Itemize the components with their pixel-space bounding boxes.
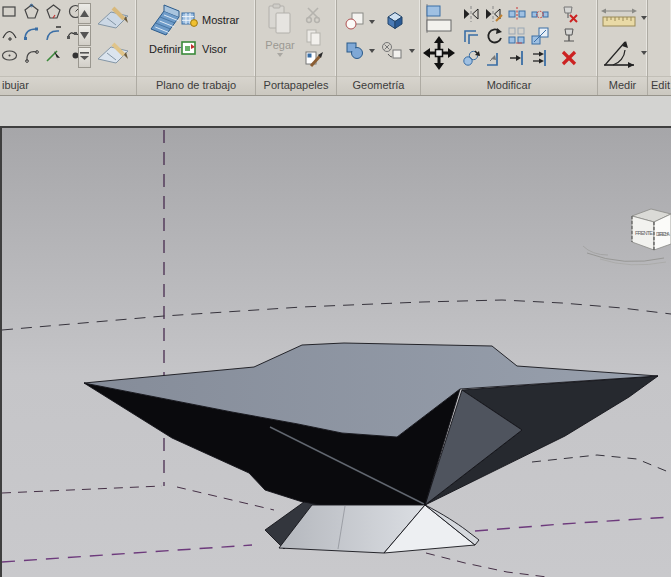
visor-label: Visor — [202, 43, 227, 55]
copy-icon[interactable] — [304, 27, 324, 47]
ground-line-right[interactable] — [532, 455, 671, 473]
scale-icon[interactable] — [531, 27, 549, 45]
move-icon[interactable] — [422, 35, 456, 71]
cut-geometry-icon — [345, 12, 365, 31]
cut-geometry-caret[interactable] — [369, 20, 375, 24]
draw-tool-grid — [1, 2, 77, 64]
panel-label-modificar: Modificar — [421, 76, 597, 95]
gallery-scroll-up-button[interactable] — [78, 3, 91, 24]
reference-planes-front[interactable] — [426, 517, 671, 577]
panel-modificar: Modificar — [421, 0, 598, 95]
panel-geometria: Geometría — [337, 0, 421, 95]
demolish-caret[interactable] — [409, 49, 415, 53]
drawing-area[interactable]: FRENTE DERECHA — [0, 128, 671, 577]
draw-gallery-scrollbar — [78, 3, 91, 69]
draw-pick-lines-icon[interactable] — [45, 46, 62, 64]
paste-icon — [266, 3, 294, 37]
join-geometry-caret[interactable] — [369, 49, 375, 53]
visor-button[interactable]: Visor — [181, 40, 227, 57]
cut-icon[interactable] — [304, 5, 324, 25]
angle-icon — [601, 36, 637, 70]
panel-label-medir: Medir — [598, 76, 647, 95]
draw-polygon-inscribed-icon[interactable] — [23, 2, 40, 20]
array-icon[interactable] — [508, 27, 526, 45]
panel-portapapeles: Pegar Portapapeles — [256, 0, 337, 95]
show-workplane-icon — [181, 11, 198, 28]
purple-reference-right[interactable] — [475, 517, 671, 531]
align-icon[interactable] — [424, 4, 454, 34]
unpin-icon[interactable] — [560, 5, 578, 23]
viewcube-right-label[interactable]: DERECHA — [656, 231, 670, 237]
modify-tool-grid — [462, 5, 578, 67]
viewcube-compass-arc-left — [583, 246, 608, 255]
split-with-gap-icon[interactable] — [531, 5, 549, 23]
cut-geometry-button[interactable] — [345, 12, 375, 31]
mostrar-button[interactable]: Mostrar — [181, 11, 239, 28]
draw-fillet-arc-icon[interactable] — [23, 24, 40, 42]
trim-extend-single-icon[interactable] — [508, 49, 526, 67]
draw-ellipse-icon[interactable] — [1, 46, 18, 64]
join-geometry-icon — [345, 41, 365, 60]
workplane-grid-icon — [148, 3, 182, 41]
join-geometry-button[interactable] — [345, 41, 375, 60]
panel-label-plano: Plano de trabajo — [137, 76, 255, 95]
draw-on-face-icon[interactable] — [93, 2, 133, 38]
pegar-dropdown-caret[interactable] — [277, 53, 283, 57]
panel-editar: Edit — [648, 0, 671, 95]
demolish-button[interactable] — [381, 41, 415, 61]
panel-dibujar: ibujar — [0, 0, 137, 95]
gallery-scroll-down-button[interactable] — [78, 25, 91, 46]
diagonal-reference-front[interactable] — [426, 553, 547, 577]
panel-label-geometria: Geometría — [337, 76, 420, 95]
viewcube-front-label[interactable]: FRENTE — [635, 230, 653, 236]
panel-label-editar: Edit — [648, 76, 671, 95]
level-line-upper[interactable] — [2, 300, 671, 330]
split-element-icon[interactable] — [508, 5, 526, 23]
pegar-button[interactable]: Pegar — [261, 3, 299, 57]
viewcube[interactable]: FRENTE DERECHA — [583, 209, 671, 265]
gallery-expand-button[interactable] — [78, 47, 91, 68]
ribbon: ibujar Definir Mostrar Visor Pla — [0, 0, 671, 96]
measure-button[interactable] — [601, 6, 647, 30]
match-type-properties-icon[interactable] — [304, 49, 324, 69]
definir-label: Definir — [149, 43, 181, 55]
revit-window: ibujar Definir Mostrar Visor Pla — [0, 0, 671, 577]
exclude-elements-icon — [381, 41, 405, 61]
draw-polygon-circumscribed-icon[interactable] — [45, 2, 62, 20]
copy-modify-icon[interactable] — [462, 49, 480, 67]
panel-medir: Medir — [598, 0, 648, 95]
ground-line-left[interactable] — [2, 486, 274, 510]
options-bar — [0, 96, 671, 128]
offset-icon[interactable] — [462, 27, 480, 45]
measure-caret[interactable] — [641, 16, 647, 20]
model-in-place-tools — [93, 2, 133, 73]
purple-reference-left[interactable] — [2, 545, 252, 562]
draw-on-workplane-icon[interactable] — [93, 39, 133, 73]
angle-dimension-button[interactable] — [601, 36, 647, 70]
trim-extend-corner-icon[interactable] — [485, 49, 503, 67]
panel-plano-de-trabajo: Definir Mostrar Visor Plano de trabajo — [137, 0, 256, 95]
delete-icon[interactable] — [560, 49, 578, 67]
draw-rectangle-icon[interactable] — [1, 2, 18, 20]
angle-caret[interactable] — [641, 51, 647, 55]
workplane-viewer-icon — [181, 40, 198, 57]
mostrar-label: Mostrar — [202, 14, 239, 26]
rotate-icon[interactable] — [485, 27, 503, 45]
panel-label-portapapeles: Portapapeles — [256, 76, 336, 95]
pin-icon[interactable] — [560, 27, 578, 45]
trim-extend-multiple-icon[interactable] — [531, 49, 549, 67]
mirror-pick-axis-icon[interactable] — [462, 5, 480, 23]
draw-tangent-arc-icon[interactable] — [45, 24, 62, 42]
draw-arc-icon[interactable] — [1, 24, 18, 42]
panel-label-dibujar: ibujar — [0, 76, 136, 95]
join-icon[interactable] — [384, 9, 406, 31]
massing-3d-view: FRENTE DERECHA — [2, 128, 671, 577]
mass-form[interactable] — [84, 343, 658, 553]
mirror-draw-axis-icon[interactable] — [485, 5, 503, 23]
pegar-label: Pegar — [265, 39, 294, 51]
draw-partial-ellipse-icon[interactable] — [23, 46, 40, 64]
measure-icon — [601, 6, 637, 30]
